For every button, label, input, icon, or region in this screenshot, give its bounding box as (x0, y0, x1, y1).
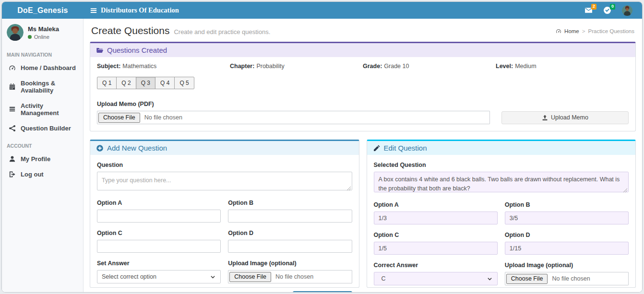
question-textarea-wrap (97, 172, 352, 192)
navbar-left: Distributors Of Education (83, 2, 179, 19)
edit-option-b-input[interactable] (505, 212, 629, 224)
add-question-body: Question Option A Option B (90, 155, 359, 292)
meta-chapter-value: Probability (256, 63, 284, 70)
edit-options-grid: Option A Option B Option C (374, 194, 629, 285)
edit-option-c-input[interactable] (374, 242, 498, 255)
option-c-input[interactable] (97, 240, 221, 253)
question-label: Question (97, 162, 352, 168)
navbar-user-avatar[interactable] (622, 5, 632, 16)
selected-question-textarea-wrap: A box contains 4 white and 6 black balls… (374, 172, 629, 194)
user-icon (9, 155, 16, 163)
meta-chapter-label: Chapter: (230, 63, 254, 70)
edit-option-c-label: Option C (374, 232, 498, 238)
question-tab-q5[interactable]: Q 5 (174, 77, 194, 89)
calendar-icon (9, 83, 16, 90)
user-status[interactable]: Online (28, 34, 59, 40)
breadcrumb-home-link[interactable]: Home (564, 28, 579, 34)
memo-file-input[interactable]: Choose File No file chosen (97, 111, 490, 124)
question-tab-q2[interactable]: Q 2 (116, 77, 136, 89)
breadcrumb-home-icon (556, 28, 561, 34)
questions-created-box: Questions Created Subject:Mathematics Ch… (90, 42, 636, 131)
option-d-input[interactable] (228, 240, 352, 253)
brand-logo[interactable]: DoE_Genesis (2, 2, 83, 19)
messages-icon[interactable]: 2 (584, 6, 593, 14)
option-c-label: Option C (97, 230, 221, 236)
question-tab-q1[interactable]: Q 1 (97, 77, 117, 89)
add-question-box: Add New Question Question Option A (90, 140, 359, 288)
correct-answer-select[interactable]: C (374, 272, 498, 285)
pencil-icon (373, 144, 381, 152)
edit-question-box: Edit Question Selected Question A box co… (367, 140, 636, 288)
sidebar-item-label: Log out (21, 171, 44, 178)
sidebar-item-log-out[interactable]: Log out (2, 166, 83, 182)
add-question-actions: Save Question (97, 283, 352, 292)
questions-created-header: Questions Created (90, 43, 635, 57)
meta-chapter: Chapter:Probability (230, 63, 363, 70)
tasks-check-icon[interactable]: 0 (603, 6, 611, 14)
edit-question-body: Selected Question A box contains 4 white… (367, 155, 636, 292)
user-info: Ms Maleka Online (28, 25, 59, 40)
form-row: Add New Question Question Option A (90, 140, 636, 288)
edit-image-file-input[interactable]: Choose File No file chosen (505, 272, 629, 285)
messages-badge: 2 (591, 4, 596, 10)
question-meta-row: Subject:Mathematics Chapter:Probability … (97, 63, 629, 70)
sidebar-item-my-profile[interactable]: My Profile (2, 151, 83, 166)
question-tab-q3-active[interactable]: Q 3 (136, 77, 155, 89)
meta-subject-value: Mathematics (122, 63, 156, 70)
option-a-input[interactable] (97, 210, 221, 223)
question-tab-q4[interactable]: Q 4 (155, 77, 175, 89)
selected-question-label: Selected Question (374, 162, 629, 168)
save-question-button[interactable]: Save Question (293, 291, 352, 292)
app-title: Distributors Of Education (101, 6, 179, 14)
breadcrumb: Home > Practice Questions (556, 28, 634, 34)
set-answer-label: Set Answer (97, 260, 221, 267)
edit-question-header: Edit Question (367, 141, 636, 155)
sidebar-item-home-dashboard[interactable]: Home / Dashboard (2, 60, 83, 75)
content-area: Create Questions Create and edit practic… (83, 19, 642, 292)
option-a-label: Option A (97, 200, 221, 206)
edit-question-actions: Update (374, 285, 629, 292)
add-question-title: Add New Question (107, 144, 167, 152)
top-navbar: DoE_Genesis Distributors Of Education 2 … (2, 2, 642, 19)
app-window: DoE_Genesis Distributors Of Education 2 … (1, 1, 643, 293)
page-subtitle: Create and edit practice questions. (174, 28, 270, 35)
question-textarea[interactable] (97, 172, 352, 190)
navbar-right: 2 0 (584, 2, 642, 19)
set-answer-select[interactable]: Select correct option (97, 270, 221, 283)
add-question-header: Add New Question (90, 141, 359, 155)
edit-image-choose-file-button[interactable]: Choose File (506, 274, 548, 284)
main-shell: Ms Maleka Online MAIN NAVIGATION Home / … (2, 19, 642, 292)
edit-option-a-label: Option A (374, 201, 498, 208)
edit-option-d-label: Option D (505, 232, 629, 238)
content-header: Create Questions Create and edit practic… (90, 19, 636, 42)
options-grid: Option A Option B Option C (97, 192, 352, 283)
edit-option-a-input[interactable] (374, 212, 498, 224)
image-choose-file-button[interactable]: Choose File (229, 272, 271, 282)
sidebar-section-account: ACCOUNT (2, 136, 83, 151)
set-answer-value: Select correct option (102, 273, 156, 280)
edit-image-file-status: No file chosen (552, 275, 590, 282)
selected-question-textarea[interactable]: A box contains 4 white and 6 black balls… (374, 172, 629, 192)
correct-answer-value: C (379, 275, 386, 282)
questions-created-title: Questions Created (107, 46, 167, 54)
sidebar-item-activity-management[interactable]: Activity Management (2, 98, 83, 120)
edit-option-b-label: Option B (505, 201, 629, 208)
online-dot-icon (28, 35, 32, 39)
sidebar-item-label: Question Builder (21, 125, 71, 132)
upload-memo-label: Upload Memo (PDF) (97, 101, 629, 107)
upload-image-label: Upload Image (optional) (228, 260, 352, 267)
plus-circle-icon (96, 144, 104, 152)
memo-choose-file-button[interactable]: Choose File (98, 113, 140, 123)
sidebar-item-question-builder[interactable]: Question Builder (2, 120, 83, 136)
hamburger-menu-icon[interactable] (90, 7, 97, 14)
sidebar-item-bookings-availability[interactable]: Bookings & Availability (2, 75, 83, 98)
edit-option-d-input[interactable] (505, 242, 629, 255)
tasks-badge: 0 (610, 4, 615, 10)
breadcrumb-current: Practice Questions (588, 28, 634, 34)
meta-grade-value: Grade 10 (384, 63, 409, 70)
option-b-input[interactable] (228, 210, 352, 223)
image-file-input[interactable]: Choose File No file chosen (228, 270, 352, 283)
user-avatar (7, 24, 24, 41)
upload-memo-button[interactable]: Upload Memo (501, 111, 629, 124)
upload-memo-row: Choose File No file chosen Upload Memo (97, 111, 629, 124)
